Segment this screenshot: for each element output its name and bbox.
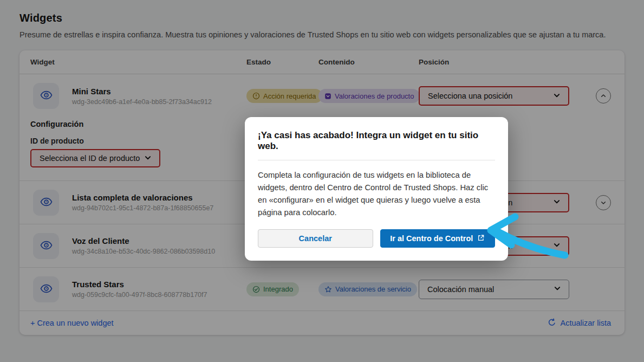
go-to-control-centre-button[interactable]: Ir al Centro de Control <box>380 229 496 248</box>
external-link-icon <box>477 234 485 243</box>
modal-body-text: Completa la configuración de tus widgets… <box>258 169 495 219</box>
cancel-button[interactable]: Cancelar <box>258 229 373 248</box>
modal-title: ¡Ya casi has acabado! Integra un widget … <box>258 130 495 152</box>
modal-divider <box>258 160 495 160</box>
go-to-control-centre-label: Ir al Centro de Control <box>390 234 473 243</box>
integration-modal: ¡Ya casi has acabado! Integra un widget … <box>245 117 508 261</box>
